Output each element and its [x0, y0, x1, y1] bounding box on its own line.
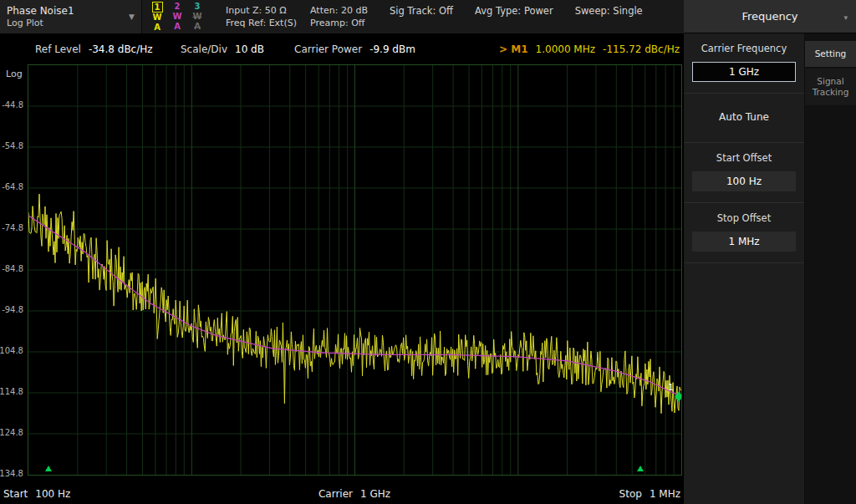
- avg-type-status: Avg Type: Power: [475, 0, 553, 33]
- x-axis-labels: Start100 Hz Carrier1 GHz Stop1 MHz: [0, 488, 684, 501]
- y-axis-tick-label: -114.8: [0, 387, 23, 396]
- y-axis-tick-labels: -44.8-54.8-64.8-74.8-84.8-94.8-104.8-114…: [0, 64, 25, 475]
- frequency-menu-panel: Frequency ▾ Carrier Frequency 1 GHz Auto…: [684, 0, 856, 504]
- carrier-power-value: -9.9 dBm: [369, 43, 415, 55]
- top-bar: Phase Noise1 Log Plot ▼ 1 W A 2 W A 3 W …: [0, 0, 684, 33]
- chart-area: Ref Level-34.8 dBc/Hz Scale/Div10 dB Car…: [0, 33, 684, 504]
- trace-3-indicator[interactable]: 3 W A: [191, 2, 204, 33]
- marker-1-label: 1: [668, 382, 674, 393]
- chart-header: Ref Level-34.8 dBc/Hz Scale/Div10 dB Car…: [0, 43, 684, 57]
- trace-average-state: A: [194, 22, 201, 32]
- ref-level-label: Ref Level: [35, 43, 81, 55]
- stop-offset-indicator: [637, 466, 644, 471]
- marker-frequency: 1.0000 MHz: [536, 43, 595, 55]
- analyzer-screen: Phase Noise1 Log Plot ▼ 1 W A 2 W A 3 W …: [0, 0, 856, 504]
- ref-level-readout: Ref Level-34.8 dBc/Hz: [35, 43, 153, 55]
- tab-signal-tracking[interactable]: Signal Tracking: [805, 69, 856, 105]
- plot-canvas: 1: [28, 65, 681, 475]
- trace-number: 3: [192, 2, 203, 12]
- panel-title: Frequency: [741, 10, 797, 23]
- attenuation: Atten: 20 dB: [310, 4, 368, 17]
- y-axis-tick-label: -94.8: [2, 305, 23, 314]
- stop-offset-section: Stop Offset 1 MHz: [684, 203, 804, 263]
- preamp-state: Preamp: Off: [310, 17, 368, 29]
- start-offset-value-button[interactable]: 100 Hz: [692, 171, 796, 191]
- trace-average-state: A: [154, 23, 160, 33]
- ref-level-value: -34.8 dBc/Hz: [89, 43, 153, 55]
- freq-reference: Freq Ref: Ext(S): [226, 17, 297, 29]
- tab-setting[interactable]: Setting: [805, 41, 856, 67]
- menu-tab-column: Setting Signal Tracking: [805, 33, 856, 504]
- trace-write-state: W: [152, 13, 161, 23]
- input-settings-block: Input Z: 50 Ω Freq Ref: Ext(S): [226, 0, 297, 33]
- carrier-frequency-label: Carrier1 GHz: [28, 488, 681, 500]
- stop-frequency-label: Stop1 MHz: [619, 488, 680, 500]
- carrier-frequency-section: Carrier Frequency 1 GHz: [684, 33, 804, 94]
- trace-write-state: W: [172, 12, 181, 22]
- stop-offset-menu-label: Stop Offset: [684, 212, 804, 224]
- scale-div-value: 10 dB: [235, 43, 264, 55]
- menu-column: Carrier Frequency 1 GHz Auto Tune Start …: [684, 33, 805, 504]
- auto-tune-section: Auto Tune: [684, 94, 804, 143]
- carrier-frequency-menu-label: Carrier Frequency: [684, 43, 804, 54]
- auto-tune-button[interactable]: Auto Tune: [684, 103, 804, 131]
- trace-number: 1: [152, 2, 163, 13]
- y-axis-tick-label: -84.8: [2, 264, 23, 273]
- trace-1-indicator[interactable]: 1 W A: [150, 2, 164, 33]
- phase-noise-plot[interactable]: 1: [28, 64, 682, 476]
- start-offset-indicator: [45, 466, 52, 471]
- input-impedance: Input Z: 50 Ω: [226, 4, 297, 17]
- y-axis-tick-label: -74.8: [2, 223, 23, 232]
- carrier-power-readout: Carrier Power-9.9 dBm: [294, 43, 415, 55]
- y-axis-tick-label: -104.8: [0, 346, 23, 355]
- chevron-down-icon: ▼: [129, 13, 135, 21]
- marker-readout: > M11.0000 MHz-115.72 dBc/Hz: [499, 43, 680, 55]
- y-axis-tick-label: -64.8: [2, 182, 23, 191]
- marker-value: -115.72 dBc/Hz: [603, 43, 680, 55]
- scale-div-readout: Scale/Div10 dB: [181, 43, 264, 55]
- carrier-power-label: Carrier Power: [294, 43, 362, 55]
- panel-title-dropdown[interactable]: Frequency ▾: [684, 0, 856, 33]
- marker-id: > M1: [499, 43, 528, 55]
- sig-track-status: Sig Track: Off: [390, 0, 453, 33]
- measurement-view: Log Plot: [7, 18, 74, 29]
- start-offset-menu-label: Start Offset: [684, 152, 804, 164]
- measurement-name: Phase Noise1: [7, 5, 74, 18]
- y-axis-tick-label: -134.8: [0, 469, 23, 478]
- trace-indicators: 1 W A 2 W A 3 W A: [142, 0, 212, 33]
- trace-2-indicator[interactable]: 2 W A: [171, 2, 184, 33]
- y-axis-tick-label: -44.8: [2, 100, 23, 109]
- trace-write-state: W: [192, 12, 201, 22]
- trace-number: 2: [172, 2, 183, 12]
- stop-offset-value-button[interactable]: 1 MHz: [692, 232, 796, 252]
- carrier-frequency-value-button[interactable]: 1 GHz: [692, 62, 796, 82]
- chevron-down-icon: ▾: [843, 13, 848, 22]
- y-axis-tick-label: -54.8: [2, 141, 23, 150]
- sweep-status: Sweep: Single: [575, 0, 643, 33]
- start-offset-section: Start Offset 100 Hz: [684, 143, 804, 203]
- y-axis-tick-label: -124.8: [0, 428, 23, 437]
- atten-settings-block: Atten: 20 dB Preamp: Off: [310, 0, 368, 33]
- measurement-selector[interactable]: Phase Noise1 Log Plot ▼: [0, 0, 142, 33]
- trace-average-state: A: [174, 22, 181, 32]
- scale-div-label: Scale/Div: [181, 43, 227, 55]
